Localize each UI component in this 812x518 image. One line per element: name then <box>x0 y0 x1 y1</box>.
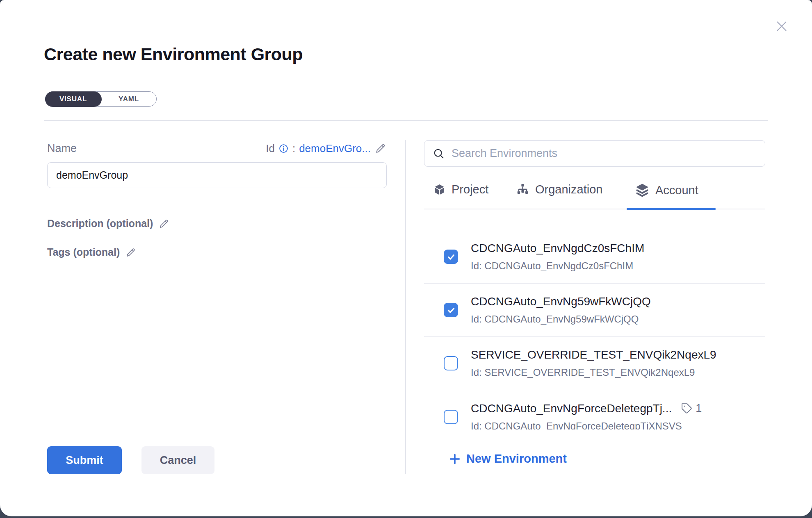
env-checkbox[interactable] <box>444 250 458 264</box>
tab-organization-label: Organization <box>535 183 602 196</box>
environment-row[interactable]: CDCNGAuto_EnvNgForceDeletegpTj... 1 Id: … <box>424 390 765 429</box>
tab-organization[interactable]: Organization <box>516 183 602 196</box>
edit-tags-pencil-icon[interactable] <box>125 247 137 258</box>
tags-row: Tags (optional) <box>47 246 137 258</box>
env-tag-count: 1 <box>696 402 702 415</box>
env-checkbox[interactable] <box>444 303 458 317</box>
sitemap-icon <box>516 183 529 196</box>
environment-list: CDCNGAuto_EnvNgdCz0sFChIM Id: CDCNGAuto_… <box>424 210 765 429</box>
environment-row[interactable]: CDCNGAuto_EnvNg59wFkWCjQQ Id: CDCNGAuto_… <box>424 284 765 337</box>
id-group: Id : demoEnvGro... <box>266 142 387 155</box>
id-prefix-label: Id <box>266 142 275 155</box>
edit-id-pencil-icon[interactable] <box>374 142 387 154</box>
cube-icon <box>433 183 446 196</box>
header-divider <box>44 120 768 121</box>
checkmark-icon <box>446 252 456 262</box>
env-checkbox[interactable] <box>444 410 458 424</box>
tab-project-label: Project <box>452 183 488 196</box>
panel-divider <box>405 140 406 474</box>
name-label: Name <box>47 142 77 155</box>
submit-button[interactable]: Submit <box>47 446 122 474</box>
tags-label: Tags (optional) <box>47 246 120 258</box>
id-colon: : <box>292 142 295 155</box>
env-texts: SERVICE_OVERRIDE_TEST_ENVQik2NqexL9 Id: … <box>471 348 716 378</box>
create-environment-group-modal: Create new Environment Group VISUAL YAML… <box>0 0 812 516</box>
environment-row[interactable]: CDCNGAuto_EnvNgdCz0sFChIM Id: CDCNGAuto_… <box>424 230 765 284</box>
env-id: Id: CDCNGAuto_EnvNgdCz0sFChIM <box>471 260 644 272</box>
env-tag-badge: 1 <box>681 402 702 415</box>
tag-icon <box>681 402 693 414</box>
checkmark-icon <box>446 305 456 315</box>
env-id: Id: CDCNGAuto_EnvNgForceDeletegpTjXNSVS <box>471 420 702 430</box>
env-name: CDCNGAuto_EnvNgForceDeletegpTj... <box>471 402 672 415</box>
env-id: Id: CDCNGAuto_EnvNg59wFkWCjQQ <box>471 314 651 325</box>
search-environments-input[interactable] <box>452 147 757 160</box>
visual-yaml-toggle: VISUAL YAML <box>45 91 157 107</box>
tab-project[interactable]: Project <box>433 183 488 196</box>
cancel-button[interactable]: Cancel <box>141 446 214 474</box>
toggle-visual[interactable]: VISUAL <box>45 91 102 107</box>
plus-icon <box>449 453 461 465</box>
edit-description-pencil-icon[interactable] <box>158 218 170 229</box>
env-id: Id: SERVICE_OVERRIDE_TEST_ENVQik2NqexL9 <box>471 367 716 378</box>
close-icon[interactable] <box>772 17 791 36</box>
name-row: Name Id : demoEnvGro... <box>47 141 387 156</box>
page-title: Create new Environment Group <box>44 44 303 64</box>
environment-row[interactable]: SERVICE_OVERRIDE_TEST_ENVQik2NqexL9 Id: … <box>424 337 765 390</box>
x-mark-glyph <box>773 17 791 35</box>
toggle-yaml[interactable]: YAML <box>101 92 156 106</box>
name-input[interactable] <box>47 162 387 188</box>
env-name: CDCNGAuto_EnvNg59wFkWCjQQ <box>471 295 651 308</box>
search-icon <box>433 148 445 160</box>
id-value-link[interactable]: demoEnvGro... <box>299 142 371 155</box>
env-name: SERVICE_OVERRIDE_TEST_ENVQik2NqexL9 <box>471 348 716 361</box>
new-environment-button[interactable]: New Environment <box>449 452 567 466</box>
env-texts: CDCNGAuto_EnvNg59wFkWCjQQ Id: CDCNGAuto_… <box>471 295 651 325</box>
tab-account[interactable]: Account <box>635 183 698 198</box>
info-icon[interactable] <box>278 143 289 154</box>
description-label: Description (optional) <box>47 218 153 229</box>
layers-icon <box>635 183 650 198</box>
env-name: CDCNGAuto_EnvNgdCz0sFChIM <box>471 242 644 255</box>
description-row: Description (optional) <box>47 218 170 229</box>
env-checkbox[interactable] <box>444 356 458 370</box>
screen: Create new Environment Group VISUAL YAML… <box>0 0 812 518</box>
tab-account-label: Account <box>655 184 698 197</box>
scope-tabs: Project Organization <box>424 180 765 209</box>
search-environments-box <box>424 140 765 167</box>
env-texts: CDCNGAuto_EnvNgForceDeletegpTj... 1 Id: … <box>471 402 702 430</box>
new-environment-label: New Environment <box>466 452 567 466</box>
env-texts: CDCNGAuto_EnvNgdCz0sFChIM Id: CDCNGAuto_… <box>471 242 644 272</box>
